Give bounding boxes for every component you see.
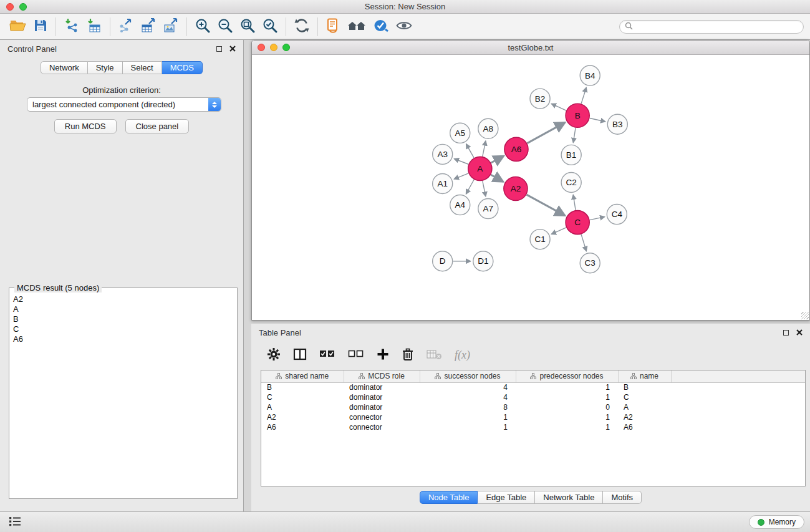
export-network-button[interactable]: [115, 16, 137, 37]
network-node-B2[interactable]: B2: [530, 89, 550, 109]
tab-style[interactable]: Style: [88, 61, 123, 74]
table-cell[interactable]: 1: [516, 422, 618, 432]
orange-document-button[interactable]: [322, 16, 344, 37]
network-node-A8[interactable]: A8: [478, 118, 498, 138]
column-header-successor-nodes[interactable]: successor nodes: [420, 370, 516, 382]
network-edge-B-B2[interactable]: [551, 104, 566, 110]
network-edge-B-B1[interactable]: [573, 128, 576, 143]
import-network-button[interactable]: [60, 16, 83, 37]
export-image-button[interactable]: [160, 16, 182, 37]
table-cell[interactable]: A6: [618, 422, 671, 432]
table-cell[interactable]: connector: [344, 412, 420, 422]
network-edge-A-A3[interactable]: [454, 159, 468, 165]
tab-mcds[interactable]: MCDS: [162, 61, 203, 74]
network-node-D[interactable]: D: [433, 251, 453, 271]
save-session-button[interactable]: [30, 16, 51, 37]
delete-column-button[interactable]: [402, 347, 414, 363]
column-header-MCDS-role[interactable]: MCDS role: [344, 370, 420, 382]
table-cell[interactable]: C: [618, 392, 671, 402]
function-builder-button[interactable]: f(x): [455, 349, 470, 362]
network-edge-C-C2[interactable]: [573, 195, 576, 210]
search-input[interactable]: [636, 22, 798, 31]
table-cell[interactable]: 0: [516, 402, 618, 412]
double-home-button[interactable]: [344, 16, 370, 37]
close-panel-icon[interactable]: [229, 44, 236, 54]
network-edge-A-A2[interactable]: [491, 175, 503, 181]
table-cell[interactable]: 1: [516, 392, 618, 402]
network-node-A1[interactable]: A1: [433, 173, 453, 193]
close-panel-button[interactable]: Close panel: [125, 119, 190, 133]
network-zoom-button[interactable]: [282, 44, 290, 51]
zoom-window-button[interactable]: [19, 3, 27, 11]
table-cell[interactable]: dominator: [344, 382, 420, 392]
network-edge-A-A8[interactable]: [483, 141, 486, 157]
table-cell[interactable]: A2: [618, 412, 671, 422]
close-window-button[interactable]: [6, 3, 14, 11]
zoom-fit-button[interactable]: [236, 16, 259, 37]
network-edge-C-C3[interactable]: [581, 235, 586, 251]
table-cell[interactable]: B: [261, 382, 344, 392]
blue-check-button[interactable]: [370, 16, 392, 37]
network-node-C1[interactable]: C1: [530, 230, 550, 249]
mcds-result-item[interactable]: C: [13, 324, 233, 334]
network-edge-A-A6[interactable]: [491, 156, 503, 163]
table-row[interactable]: Adominator80A: [261, 402, 805, 412]
network-edge-A2-C[interactable]: [527, 195, 565, 215]
select-all-button[interactable]: [319, 348, 335, 362]
network-minimize-button[interactable]: [270, 44, 277, 51]
table-cell[interactable]: A: [261, 402, 344, 412]
network-edge-A-A1[interactable]: [454, 173, 468, 179]
import-table-button[interactable]: [83, 16, 105, 37]
table-cell[interactable]: C: [261, 392, 344, 402]
tab-edge-table[interactable]: Edge Table: [478, 491, 535, 504]
apply-layout-button[interactable]: [291, 16, 313, 37]
network-node-A6[interactable]: A6: [504, 137, 528, 161]
table-cell[interactable]: 1: [420, 412, 516, 422]
network-edge-A6-B[interactable]: [528, 122, 565, 143]
network-node-C2[interactable]: C2: [561, 172, 581, 192]
network-node-A7[interactable]: A7: [478, 199, 498, 219]
network-edge-A-A4[interactable]: [466, 180, 474, 194]
table-row[interactable]: A2connector11A2: [261, 412, 805, 422]
task-history-button[interactable]: [6, 515, 24, 530]
table-cell[interactable]: 1: [516, 412, 618, 422]
network-edge-A-A7[interactable]: [483, 181, 486, 196]
table-row[interactable]: A6connector11A6: [261, 422, 805, 432]
tab-select[interactable]: Select: [123, 61, 162, 74]
export-table-button[interactable]: [137, 16, 160, 37]
network-node-B3[interactable]: B3: [607, 114, 627, 134]
deselect-all-button[interactable]: [348, 348, 364, 362]
table-cell[interactable]: B: [618, 382, 671, 392]
memory-button[interactable]: Memory: [749, 515, 804, 529]
network-edge-A-A5[interactable]: [466, 144, 474, 158]
network-node-B[interactable]: B: [566, 104, 589, 127]
network-node-A3[interactable]: A3: [433, 144, 453, 164]
tab-node-table[interactable]: Node Table: [420, 491, 478, 504]
network-node-C[interactable]: C: [566, 211, 589, 235]
tab-network[interactable]: Network: [41, 61, 88, 74]
run-mcds-button[interactable]: Run MCDS: [54, 119, 117, 133]
network-edge-C-C4[interactable]: [590, 217, 605, 220]
mcds-result-item[interactable]: A2: [13, 294, 233, 304]
table-settings-button[interactable]: [267, 347, 281, 363]
show-columns-button[interactable]: [293, 347, 307, 363]
resize-grip[interactable]: [801, 312, 809, 319]
table-cell[interactable]: dominator: [344, 392, 420, 402]
network-canvas[interactable]: B4B2BB3A8A5A6A3B1AC2A1A2A4A7C4CC1DD1C3: [252, 55, 809, 320]
network-close-button[interactable]: [258, 44, 265, 51]
tab-motifs[interactable]: Motifs: [603, 491, 642, 504]
zoom-in-button[interactable]: [191, 16, 214, 37]
network-node-D1[interactable]: D1: [473, 251, 493, 271]
network-node-A2[interactable]: A2: [504, 177, 528, 200]
column-header-name[interactable]: name: [618, 370, 671, 382]
close-table-panel-icon[interactable]: [796, 328, 803, 337]
optimization-dropdown[interactable]: largest connected component (directed): [27, 97, 221, 112]
network-node-A[interactable]: A: [468, 157, 492, 180]
network-edge-C-C1[interactable]: [551, 228, 566, 235]
network-node-B1[interactable]: B1: [561, 145, 581, 165]
delete-table-button[interactable]: [427, 348, 442, 362]
table-cell[interactable]: A6: [261, 422, 344, 432]
table-cell[interactable]: 1: [420, 422, 516, 432]
zoom-out-button[interactable]: [214, 16, 236, 37]
open-session-button[interactable]: [6, 16, 30, 37]
